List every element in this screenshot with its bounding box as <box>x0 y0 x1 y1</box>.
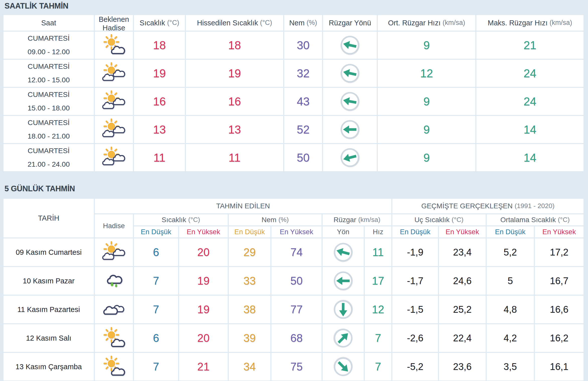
hourly-col-ort-ruzgar: Ort. Rüzgar Hızı (km/sa) <box>378 15 475 31</box>
day-label: CUMARTESİ <box>4 62 94 71</box>
daily-sub-uc-en-yuksek: En Yüksek <box>439 226 486 237</box>
daily-row-5-avg-max-cell: 16,1 <box>535 353 583 380</box>
wind-direction-arrow-icon <box>337 32 363 58</box>
hourly-col-sicaklik-label: Sıcaklık <box>140 19 165 27</box>
hourly-section-title: SAATLİK TAHMİN <box>5 2 584 11</box>
daily-row-2-avg-min-cell: 5 <box>487 267 534 295</box>
daily-sub-hum-en-yuksek: En Yüksek <box>271 226 322 237</box>
sun-two-clouds-icon <box>101 147 126 169</box>
daily-row-5-humidity-max-cell: 75 <box>271 353 322 380</box>
daily-row-4-hist-max-cell: 22,4 <box>439 324 486 352</box>
hourly-row-1-max-wind-cell: 21 <box>476 32 583 59</box>
daily-row-3-hist-min-cell: -1,5 <box>392 296 438 323</box>
daily-row-2-date-cell: 10 Kasım Pazar <box>4 267 94 295</box>
hourly-row-3-humidity-cell: 43 <box>284 88 322 115</box>
daily-row-3-temp-max-cell: 19 <box>179 296 228 323</box>
date-label: 10 Kasım Pazar <box>23 277 75 285</box>
hours-label: 15.00 - 18.00 <box>4 104 94 112</box>
wind-direction-arrow-icon <box>339 119 361 140</box>
daily-row-1-wind-direction-cell <box>323 238 364 266</box>
hourly-row-2-wind-direction-cell <box>323 60 377 87</box>
daily-row-4-avg-min-cell: 4,2 <box>487 324 534 352</box>
daily-row-3-wind-direction-cell <box>323 296 364 323</box>
hourly-row-1-time-cell: CUMARTESİ09.00 - 12.00 <box>4 32 94 59</box>
daily-row-2-humidity-min-cell: 33 <box>229 267 270 295</box>
hourly-col-ort-ruzgar-unit: (km/sa) <box>443 19 465 27</box>
hourly-col-sicaklik: Sıcaklık (°C) <box>134 15 185 31</box>
daily-group-uc-sicaklik-label: Uç Sıcaklık <box>414 216 450 224</box>
hourly-row-1-weather-icon-cell <box>95 32 133 59</box>
daily-sub-yon: Yön <box>323 226 364 237</box>
daily-row-4-humidity-max-cell: 68 <box>271 324 322 352</box>
daily-sub-hum-en-dusuk: En Düşük <box>229 226 270 237</box>
hourly-col-nem-label: Nem <box>289 19 305 27</box>
daily-row-1-temp-min-cell: 6 <box>134 238 178 266</box>
daily-row-1-hist-min-cell: -1,9 <box>392 238 438 266</box>
hourly-row-1-avg-wind-cell: 9 <box>378 32 475 59</box>
daily-group-uc-sicaklik: Uç Sıcaklık (°C) <box>392 214 486 225</box>
daily-col-tarih-label: TARİH <box>38 214 59 222</box>
hourly-row-1-wind-direction-cell <box>323 32 377 59</box>
hourly-row-4-weather-icon-cell <box>95 116 133 143</box>
hourly-row-3-time-cell: CUMARTESİ15.00 - 18.00 <box>4 88 94 115</box>
hours-label: 12.00 - 15.00 <box>4 76 94 84</box>
hourly-row-3-temperature-cell: 16 <box>134 88 185 115</box>
daily-row-3-weather-icon-cell <box>95 296 133 323</box>
daily-row-5-avg-min-cell: 3,5 <box>487 353 534 380</box>
hours-label: 18.00 - 21.00 <box>4 132 94 141</box>
daily-row-5-temp-min-cell: 7 <box>134 353 178 380</box>
wind-direction-arrow-icon <box>328 323 358 353</box>
daily-row-4-weather-icon-cell <box>95 324 133 352</box>
hourly-row-5-temperature-cell: 11 <box>134 144 185 171</box>
daily-group-nem: Nem (%) <box>229 214 322 225</box>
daily-group-sicaklik-label: Sıcaklık <box>162 216 186 224</box>
hourly-col-ruzgar-yonu: Rüzgar Yönü <box>323 15 377 31</box>
weather-forecast-page: SAATLİK TAHMİN Saat Beklenen Hadise Sıca… <box>0 0 588 380</box>
daily-row-4-avg-max-cell: 16,2 <box>535 324 583 352</box>
day-label: CUMARTESİ <box>4 118 94 127</box>
daily-group-nem-label: Nem <box>262 216 276 224</box>
daily-row-4-date-cell: 12 Kasım Salı <box>4 324 94 352</box>
daily-band-tahmin-edilen: TAHMİN EDİLEN <box>95 199 391 213</box>
hourly-col-beklenen-hadise-label: Beklenen Hadise <box>97 15 131 32</box>
hourly-row-2-max-wind-cell: 24 <box>476 60 583 87</box>
sun-two-clouds-icon <box>101 62 126 84</box>
daily-group-ruzgar-unit: (km/sa) <box>358 216 380 224</box>
daily-row-1-date-cell: 09 Kasım Cumartesi <box>4 238 94 266</box>
daily-row-2-wind-direction-cell <box>323 267 364 295</box>
hourly-row-5-feels-like-cell: 11 <box>186 144 283 171</box>
daily-row-4-wind-speed-cell: 7 <box>365 324 391 352</box>
daily-row-3-hist-max-cell: 25,2 <box>439 296 486 323</box>
daily-row-5-weather-icon-cell <box>95 353 133 380</box>
daily-row-5-wind-speed-cell: 7 <box>365 353 391 380</box>
date-label: 13 Kasım Çarşamba <box>16 362 82 371</box>
rain-icon <box>101 270 126 292</box>
wind-direction-arrow-icon <box>337 145 363 171</box>
day-label: CUMARTESİ <box>4 34 94 43</box>
daily-row-2-humidity-max-cell: 50 <box>271 267 322 295</box>
sun-two-clouds-icon <box>101 90 126 112</box>
daily-group-ortalama-sicaklik-unit: (°C) <box>558 216 570 224</box>
daily-row-3-humidity-min-cell: 38 <box>229 296 270 323</box>
hourly-col-maks-ruzgar-unit: (km/sa) <box>550 19 572 27</box>
hourly-row-5-max-wind-cell: 14 <box>476 144 583 171</box>
daily-row-5-wind-direction-cell <box>323 353 364 380</box>
daily-row-1-wind-speed-cell: 11 <box>365 238 391 266</box>
hourly-col-nem: Nem (%) <box>284 15 322 31</box>
hourly-row-4-humidity-cell: 52 <box>284 116 322 143</box>
daily-band-tahmin-edilen-label: TAHMİN EDİLEN <box>216 202 270 210</box>
daily-group-sicaklik-unit: (°C) <box>188 216 200 224</box>
hourly-row-4-temperature-cell: 13 <box>134 116 185 143</box>
daily-group-ruzgar: Rüzgar (km/sa) <box>323 214 391 225</box>
daily-group-ruzgar-label: Rüzgar <box>334 216 356 224</box>
daily-row-2-avg-max-cell: 16,7 <box>535 267 583 295</box>
date-label: 09 Kasım Cumartesi <box>16 248 82 257</box>
hourly-row-5-time-cell: CUMARTESİ21.00 - 24.00 <box>4 144 94 171</box>
hourly-row-3-max-wind-cell: 24 <box>476 88 583 115</box>
sun-two-clouds-icon <box>101 241 126 263</box>
daily-row-5-hist-min-cell: -5,2 <box>392 353 438 380</box>
daily-band-gecmiste-label: GEÇMİŞTE GERÇEKLEŞEN <box>421 202 512 210</box>
hourly-col-nem-unit: (%) <box>307 19 317 27</box>
hourly-row-5-wind-direction-cell <box>323 144 377 171</box>
hourly-col-hissedilen-unit: (°C) <box>260 19 272 27</box>
